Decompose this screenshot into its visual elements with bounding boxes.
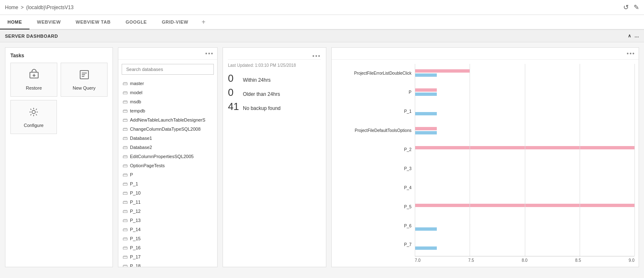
db-list-item[interactable]: 🗃msdb (118, 97, 217, 106)
section-collapse-icon[interactable]: ∧ (628, 33, 632, 39)
db-icon: 🗃 (122, 254, 127, 260)
tab-google[interactable]: GOOGLE (118, 15, 154, 29)
db-icon: 🗃 (122, 172, 127, 178)
db-icon: 🗃 (122, 217, 127, 223)
db-list-item[interactable]: 🗃P_14 (118, 225, 217, 234)
x-axis-label: 9.0 (629, 258, 634, 263)
section-header: SERVER DASHBOARD ∧ ... (0, 30, 644, 42)
breadcrumb: Home > (localdb)\ProjectsV13 (5, 5, 73, 10)
chart-x-axis: 7.07.58.08.59.0 (415, 256, 634, 263)
backup-count: 0 (228, 73, 240, 84)
bar-blue (415, 112, 437, 115)
db-item-label: Database1 (130, 136, 152, 141)
db-icon: 🗃 (122, 99, 127, 105)
breadcrumb-home[interactable]: Home (5, 5, 18, 10)
db-list-item[interactable]: 🗃P_11 (118, 198, 217, 207)
db-list-item[interactable]: 🗃P_10 (118, 188, 217, 198)
databases-panel-header: ••• (118, 48, 217, 60)
section-header-actions: ∧ ... (628, 33, 639, 39)
task-restore-label: Restore (26, 85, 42, 90)
db-item-label: P_13 (130, 218, 141, 223)
db-list-item[interactable]: 🗃P_16 (118, 243, 217, 252)
tab-bar: HOME WEBVIEW WEBVIEW TAB GOOGLE GRID-VIE… (0, 15, 644, 30)
main-content: Tasks Restore (0, 42, 644, 272)
db-search-wrap (118, 60, 217, 79)
db-list-item[interactable]: 🗃OptionPageTests (118, 161, 217, 170)
db-item-label: P_17 (130, 254, 141, 259)
x-axis-label: 7.5 (468, 258, 474, 263)
db-icon: 🗃 (122, 135, 127, 141)
tab-webview[interactable]: WEBVIEW (29, 15, 68, 29)
databases-panel-dots[interactable]: ••• (205, 50, 214, 57)
chart-label: ProjectFileErrorListDoubleClick (336, 71, 411, 76)
db-list-item[interactable]: 🗃model (118, 88, 217, 97)
db-item-label: model (130, 90, 142, 95)
task-configure-label: Configure (24, 123, 44, 128)
section-title: SERVER DASHBOARD (5, 34, 58, 39)
chart-gridline (415, 64, 415, 256)
db-search-input[interactable] (122, 64, 214, 75)
db-item-label: P_18 (130, 263, 141, 267)
db-list-item[interactable]: 🗃P_18 (118, 261, 217, 267)
restore-icon (28, 69, 40, 83)
tasks-title: Tasks (10, 53, 108, 59)
db-list-item[interactable]: 🗃AddNewTableLaunchTableDesignerS (118, 115, 217, 124)
chart-label: ProjectFileDefaultToolsOptions (336, 128, 411, 133)
bar-pink (415, 69, 470, 73)
task-configure[interactable]: Configure (10, 100, 57, 134)
tasks-grid: Restore New Query (10, 63, 108, 97)
db-icon: 🗃 (122, 181, 127, 187)
edit-icon[interactable]: ✎ (634, 3, 639, 11)
db-item-label: P_14 (130, 227, 141, 232)
db-item-label: master (130, 81, 144, 86)
chart-panel-dots[interactable]: ••• (627, 50, 635, 57)
db-list-item[interactable]: 🗃P_12 (118, 207, 217, 216)
db-list-item[interactable]: 🗃Database2 (118, 143, 217, 152)
svg-point-2 (32, 110, 35, 114)
backup-row: 0Older than 24hrs (228, 87, 321, 98)
bar-pink (415, 127, 437, 130)
db-icon: 🗃 (122, 208, 127, 214)
tab-webview-tab[interactable]: WEBVIEW TAB (68, 15, 118, 29)
db-icon: 🗃 (122, 108, 127, 114)
db-list-item[interactable]: 🗃P_15 (118, 234, 217, 243)
task-restore[interactable]: Restore (10, 63, 57, 97)
db-icon: 🗃 (122, 227, 127, 232)
backup-panel-dots[interactable]: ••• (312, 53, 321, 59)
db-list-item[interactable]: 🗃EditColumnPropertiesSQL2005 (118, 152, 217, 161)
chart-label: P (336, 90, 411, 95)
bar-blue (415, 227, 437, 231)
db-item-label: P_10 (130, 190, 141, 195)
breadcrumb-path: (localdb)\ProjectsV13 (26, 5, 73, 10)
chart-gridline (525, 64, 525, 256)
db-item-label: P_11 (130, 200, 141, 205)
chart-gridline (470, 64, 470, 256)
db-list-item[interactable]: 🗃P_13 (118, 216, 217, 225)
db-icon: 🗃 (122, 199, 127, 205)
db-list-item[interactable]: 🗃tempdb (118, 106, 217, 115)
db-icon: 🗃 (122, 80, 127, 86)
backup-label: Within 24hrs (243, 77, 271, 83)
chart-panel-header: ••• (332, 48, 639, 60)
task-new-query[interactable]: New Query (61, 63, 108, 97)
db-list-item[interactable]: 🗃P (118, 170, 217, 179)
chart-label: P_4 (336, 185, 411, 190)
x-axis-label: 8.5 (575, 258, 581, 263)
db-list-item[interactable]: 🗃P_1 (118, 179, 217, 188)
tab-home[interactable]: HOME (0, 15, 29, 29)
db-icon: 🗃 (122, 163, 127, 168)
refresh-icon[interactable]: ↺ (623, 3, 629, 11)
tasks-panel: Tasks Restore (5, 47, 113, 267)
bar-blue (415, 131, 437, 134)
db-list-item[interactable]: 🗃Database1 (118, 134, 217, 143)
tab-grid-view[interactable]: GRID-VIEW (154, 15, 196, 29)
section-more-icon[interactable]: ... (634, 33, 639, 39)
backup-timestamp: Last Updated: 1:03:10 PM 1/25/2018 (228, 63, 321, 68)
db-list-item[interactable]: 🗃ChangeColumnDataTypeSQL2008 (118, 124, 217, 134)
tab-add-button[interactable]: + (196, 15, 211, 29)
databases-panel: ••• 🗃master🗃model🗃msdb🗃tempdb🗃AddNewTabl… (118, 47, 218, 267)
db-list-item[interactable]: 🗃P_17 (118, 252, 217, 261)
backup-count: 41 (228, 101, 240, 112)
db-item-label: OptionPageTests (130, 163, 165, 168)
db-list-item[interactable]: 🗃master (118, 79, 217, 88)
